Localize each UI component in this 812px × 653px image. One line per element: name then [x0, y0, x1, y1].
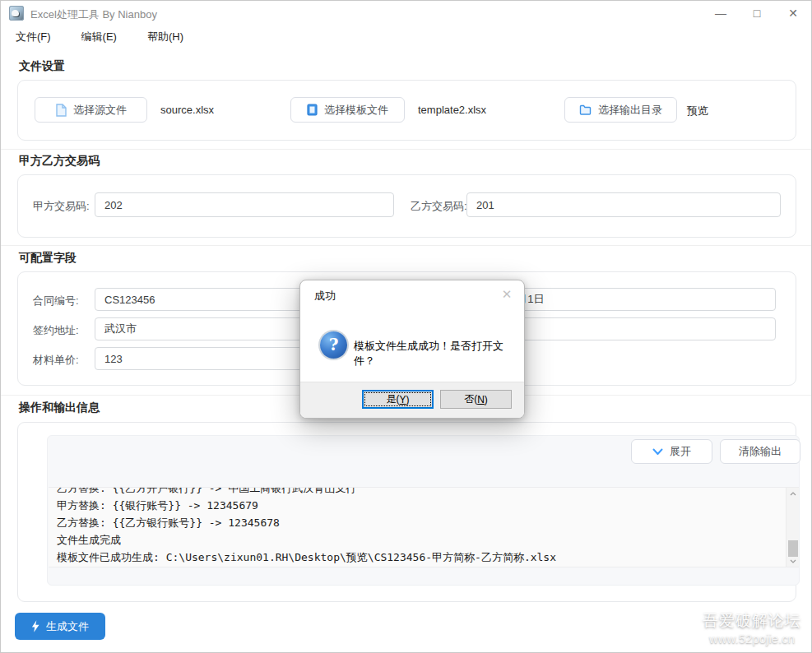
- success-dialog: 成功 ✕ ? 模板文件生成成功！是否打开文件？ 是(Y) 否(N): [299, 280, 525, 419]
- dialog-message: 模板文件生成成功！是否打开文件？: [354, 339, 524, 368]
- select-template-file-button[interactable]: 选择模板文件: [290, 97, 405, 123]
- log-scrollbar[interactable]: [786, 488, 799, 567]
- party-b-code-label: 乙方交易码:: [411, 199, 467, 214]
- close-icon[interactable]: ✕: [775, 1, 811, 25]
- output-panel: 展开 清除输出 乙方替换: {{乙方开户银行}} -> 中国工商银行武汉青山支行…: [47, 435, 800, 586]
- dialog-title: 成功: [314, 289, 336, 303]
- menu-bar: 文件(F) 编辑(E) 帮助(H): [12, 27, 187, 47]
- output-dir-name: 预览: [687, 104, 708, 118]
- trade-codes-heading: 甲方乙方交易码: [19, 154, 100, 169]
- scrollbar-thumb[interactable]: [788, 540, 798, 557]
- clear-output-button[interactable]: 清除输出: [720, 439, 800, 464]
- dialog-footer: 是(Y) 否(N): [300, 382, 524, 418]
- file-settings-card: 选择源文件 source.xlsx 选择模板文件 template2.xlsx …: [17, 80, 796, 141]
- menu-help[interactable]: 帮助(H): [144, 28, 187, 46]
- dialog-no-button[interactable]: 否(N): [440, 390, 512, 409]
- output-heading: 操作和输出信息: [19, 401, 100, 415]
- minimize-icon[interactable]: —: [703, 1, 739, 25]
- lightning-bolt-icon: [31, 620, 39, 632]
- output-card: 展开 清除输出 乙方替换: {{乙方开户银行}} -> 中国工商银行武汉青山支行…: [17, 422, 796, 602]
- log-output[interactable]: 乙方替换: {{乙方开户银行}} -> 中国工商银行武汉青山支行甲方替换: {{…: [49, 487, 799, 567]
- generate-file-button[interactable]: 生成文件: [15, 613, 105, 640]
- app-window: Excel处理工具 By Nianboy — □ ✕ 文件(F) 编辑(E) 帮…: [0, 0, 812, 653]
- section-divider: [1, 149, 811, 150]
- expand-button[interactable]: 展开: [631, 439, 712, 464]
- menu-file[interactable]: 文件(F): [12, 28, 54, 46]
- title-bar: Excel处理工具 By Nianboy — □ ✕: [1, 1, 811, 25]
- template-file-name: template2.xlsx: [418, 104, 486, 116]
- section-divider: [1, 245, 811, 246]
- template-document-icon: [307, 104, 318, 116]
- select-output-dir-button[interactable]: 选择输出目录: [564, 97, 677, 123]
- log-lines: 乙方替换: {{乙方开户银行}} -> 中国工商银行武汉青山支行甲方替换: {{…: [57, 487, 556, 566]
- dialog-close-icon[interactable]: ✕: [498, 285, 516, 303]
- maximize-icon[interactable]: □: [739, 1, 775, 25]
- window-title: Excel处理工具 By Nianboy: [30, 7, 157, 22]
- scroll-down-icon[interactable]: [786, 555, 799, 567]
- party-a-code-input[interactable]: [95, 192, 394, 217]
- trade-codes-card: 甲方交易码: 乙方交易码:: [17, 174, 796, 238]
- document-icon: [55, 104, 67, 117]
- contract-no-label: 合同编号:: [33, 294, 79, 308]
- source-file-name: source.xlsx: [160, 104, 214, 116]
- folder-icon: [579, 104, 592, 115]
- select-source-file-button[interactable]: 选择源文件: [35, 97, 147, 123]
- watermark: 吾爱破解论坛 www.52pojie.cn: [703, 610, 801, 646]
- material-price-label: 材料单价:: [33, 353, 79, 368]
- chevron-down-icon: [652, 448, 663, 456]
- menu-edit[interactable]: 编辑(E): [78, 28, 120, 46]
- app-icon: [9, 6, 24, 21]
- party-b-code-input[interactable]: [466, 192, 781, 217]
- watermark-line1: 吾爱破解论坛: [703, 610, 801, 632]
- party-a-code-label: 甲方交易码:: [33, 199, 90, 214]
- file-settings-heading: 文件设置: [19, 59, 65, 74]
- sign-address-label: 签约地址:: [33, 323, 79, 338]
- fields-heading: 可配置字段: [19, 251, 77, 266]
- scroll-up-icon[interactable]: [786, 488, 799, 499]
- dialog-yes-button[interactable]: 是(Y): [362, 390, 434, 409]
- watermark-line2: www.52pojie.cn: [703, 632, 801, 646]
- question-mark-icon: ?: [320, 331, 347, 359]
